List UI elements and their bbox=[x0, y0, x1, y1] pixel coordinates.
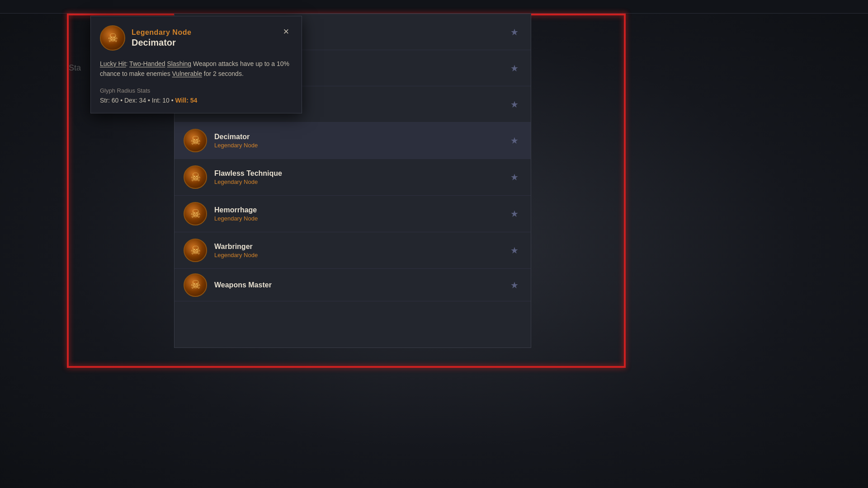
flawless-type: Legendary Node bbox=[214, 178, 507, 185]
close-button[interactable]: × bbox=[279, 24, 293, 39]
warbringer-text: Warbringer Legendary Node bbox=[214, 243, 507, 258]
warbringer-type: Legendary Node bbox=[214, 252, 507, 258]
hemorrhage-star-button[interactable]: ★ bbox=[507, 206, 522, 221]
slashing-text: Slashing bbox=[167, 60, 191, 67]
decimator-type: Legendary Node bbox=[214, 142, 507, 149]
decimator-star-button[interactable]: ★ bbox=[507, 133, 522, 148]
skull-icon-decimator: ☠ bbox=[190, 134, 201, 148]
tooltip-category: Legendary Node bbox=[132, 28, 191, 37]
hemorrhage-text: Hemorrhage Legendary Node bbox=[214, 206, 507, 222]
right-border-decoration bbox=[624, 14, 626, 366]
warbringer-star-button[interactable]: ★ bbox=[507, 243, 522, 258]
glyph-stats-label: Glyph Radius Stats bbox=[100, 87, 292, 94]
warbringer-icon: ☠ bbox=[184, 239, 207, 262]
skull-icon-warbringer: ☠ bbox=[190, 244, 201, 258]
decimator-name: Decimator bbox=[214, 133, 507, 141]
hemorrhage-icon: ☠ bbox=[184, 202, 207, 225]
vulnerable-text: Vulnerable bbox=[172, 70, 202, 77]
hemorrhage-type: Legendary Node bbox=[214, 215, 507, 222]
will-stat: Will: 54 bbox=[175, 97, 197, 104]
star-button-partial-1[interactable]: ★ bbox=[507, 25, 522, 39]
skull-icon-weapons-master: ☠ bbox=[190, 278, 201, 292]
weapons-master-icon: ☠ bbox=[184, 273, 207, 297]
list-item-hemorrhage[interactable]: ☠ Hemorrhage Legendary Node ★ bbox=[175, 196, 531, 232]
tooltip-description: Lucky Hit: Two-Handed Slashing Weapon at… bbox=[100, 59, 292, 79]
star-button-partial-2[interactable]: ★ bbox=[507, 61, 522, 75]
star-button-partial-3[interactable]: ★ bbox=[507, 97, 522, 112]
decimator-icon: ☠ bbox=[184, 129, 207, 152]
warbringer-name: Warbringer bbox=[214, 243, 507, 251]
background-panel-hint: Sta bbox=[69, 63, 81, 73]
weapons-master-name: Weapons Master bbox=[214, 281, 507, 289]
bottom-border-decoration bbox=[67, 366, 626, 368]
skull-icon-flawless: ☠ bbox=[190, 170, 201, 184]
tooltip-title-block: Legendary Node Decimator bbox=[132, 28, 191, 48]
tooltip-card: × ☠ Legendary Node Decimator Lucky Hit: … bbox=[90, 16, 302, 113]
weapons-master-star-button[interactable]: ★ bbox=[507, 278, 522, 292]
top-bar bbox=[0, 0, 868, 14]
flawless-text: Flawless Technique Legendary Node bbox=[214, 169, 507, 185]
tooltip-header: ☠ Legendary Node Decimator bbox=[100, 25, 292, 51]
flawless-icon: ☠ bbox=[184, 165, 207, 189]
lucky-hit-text: Lucky Hit bbox=[100, 60, 126, 67]
skull-icon-hemorrhage: ☠ bbox=[190, 207, 201, 221]
tooltip-stats-section: Glyph Radius Stats Str: 60 • Dex: 34 • I… bbox=[100, 87, 292, 104]
hemorrhage-name: Hemorrhage bbox=[214, 206, 507, 214]
skull-icon-tooltip: ☠ bbox=[108, 31, 118, 45]
colon-separator: : bbox=[126, 60, 130, 67]
decimator-text: Decimator Legendary Node bbox=[214, 133, 507, 149]
two-handed-text: Two-Handed bbox=[129, 60, 165, 67]
weapons-master-text: Weapons Master bbox=[214, 281, 507, 289]
list-item-decimator[interactable]: ☠ Decimator Legendary Node ★ bbox=[175, 122, 531, 159]
list-item-weapons-master[interactable]: ☠ Weapons Master ★ bbox=[175, 269, 531, 301]
seconds-text: for 2 seconds. bbox=[202, 70, 244, 77]
list-item-flawless[interactable]: ☠ Flawless Technique Legendary Node ★ bbox=[175, 159, 531, 196]
stats-row: Str: 60 • Dex: 34 • Int: 10 • Will: 54 bbox=[100, 97, 292, 104]
tooltip-name: Decimator bbox=[132, 38, 191, 48]
tooltip-node-icon: ☠ bbox=[100, 25, 125, 51]
str-stat: Str: 60 • Dex: 34 • Int: 10 • bbox=[100, 97, 175, 104]
flawless-name: Flawless Technique bbox=[214, 169, 507, 178]
flawless-star-button[interactable]: ★ bbox=[507, 170, 522, 184]
list-item-warbringer[interactable]: ☠ Warbringer Legendary Node ★ bbox=[175, 232, 531, 269]
